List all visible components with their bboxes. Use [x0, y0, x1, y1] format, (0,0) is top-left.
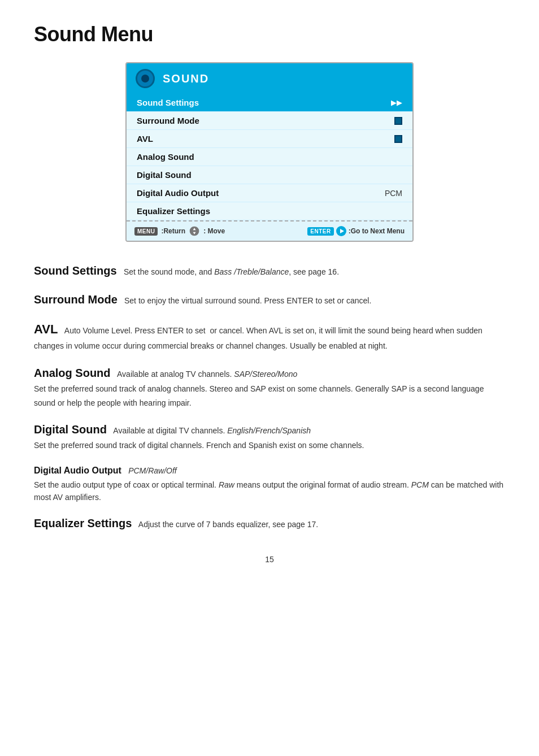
section-equalizer-settings: Equalizer Settings Adjust the curve of 7… [34, 515, 505, 532]
section-title: Digital Audio Output [34, 466, 121, 475]
section-subtitle: PCM/Raw/Off [124, 466, 176, 475]
page-number: 15 [34, 555, 505, 564]
tv-menu-footer: MENU :Return : Move ENTER :Go to Next Me… [127, 220, 412, 241]
section-analog-sound: Analog Sound Available at analog TV chan… [34, 364, 505, 410]
menu-item-avl[interactable]: AVL [127, 130, 412, 148]
menu-item-value: PCM [385, 189, 402, 198]
next-menu-text: :Go to Next Menu [349, 227, 405, 235]
svg-point-0 [190, 227, 199, 236]
menu-item-equalizer-settings[interactable]: Equalizer Settings [127, 202, 412, 220]
section-sound-settings: Sound Settings Set the sound mode, and B… [34, 262, 505, 280]
page-title: Sound Menu [34, 23, 505, 46]
menu-item-value: ▶▶ [391, 98, 402, 107]
section-avl: AVL Auto Volume Level. Press ENTER to se… [34, 320, 505, 353]
menu-item-label: AVL [137, 134, 153, 144]
menu-item-label: Sound Settings [137, 98, 199, 107]
menu-item-analog-sound[interactable]: Analog Sound [127, 148, 412, 166]
play-icon [336, 226, 346, 236]
footer-left: MENU :Return : Move [134, 225, 225, 237]
section-digital-sound: Digital Sound Available at digital TV ch… [34, 421, 505, 453]
return-text: :Return [161, 227, 185, 235]
tv-menu-header: SOUND [127, 63, 412, 94]
menu-item-digital-sound[interactable]: Digital Sound [127, 166, 412, 184]
footer-right: ENTER :Go to Next Menu [307, 226, 405, 236]
tv-menu-ui: SOUND Sound Settings ▶▶ Surround Mode AV… [125, 62, 414, 242]
section-description: Set the sound mode, and Bass /Treble/Bal… [119, 267, 339, 276]
checkbox-icon [394, 135, 402, 143]
menu-item-checkbox [394, 135, 402, 143]
section-title: Analog Sound [34, 367, 111, 379]
enter-button: ENTER [307, 227, 333, 236]
section-title: Equalizer Settings [34, 517, 132, 529]
menu-item-sound-settings[interactable]: Sound Settings ▶▶ [127, 94, 412, 112]
section-description: Set the audio output type of coax or opt… [34, 479, 505, 503]
sound-icon [136, 69, 155, 88]
menu-item-label: Digital Sound [137, 170, 192, 180]
move-icon [189, 225, 200, 237]
menu-item-surround-mode[interactable]: Surround Mode [127, 112, 412, 130]
menu-item-checkbox [394, 117, 402, 125]
section-title: Digital Sound [34, 423, 107, 436]
tv-menu-header-title: SOUND [163, 72, 209, 85]
menu-button: MENU [134, 227, 158, 236]
section-digital-audio-output: Digital Audio Output PCM/Raw/Off Set the… [34, 464, 505, 503]
section-title: Sound Settings [34, 264, 117, 277]
section-description: Auto Volume Level. Press ENTER to set or… [34, 326, 483, 350]
tv-menu-items: Sound Settings ▶▶ Surround Mode AVL Anal… [127, 94, 412, 220]
sound-icon-inner [141, 75, 149, 82]
section-title: AVL [34, 322, 58, 336]
section-description: Set to enjoy the virtual surround sound.… [120, 296, 371, 305]
section-description: Adjust the curve of 7 bands equalizer, s… [134, 520, 318, 529]
section-title: Surround Mode [34, 293, 118, 306]
menu-item-digital-audio-output[interactable]: Digital Audio Output PCM [127, 184, 412, 202]
checkbox-icon [394, 117, 402, 125]
section-surround-mode: Surround Mode Set to enjoy the virtual s… [34, 291, 505, 309]
menu-item-label: Analog Sound [137, 152, 194, 162]
menu-item-label: Equalizer Settings [137, 206, 210, 216]
menu-item-label: Digital Audio Output [137, 188, 219, 198]
menu-item-label: Surround Mode [137, 116, 199, 125]
move-text: : Move [203, 227, 225, 235]
